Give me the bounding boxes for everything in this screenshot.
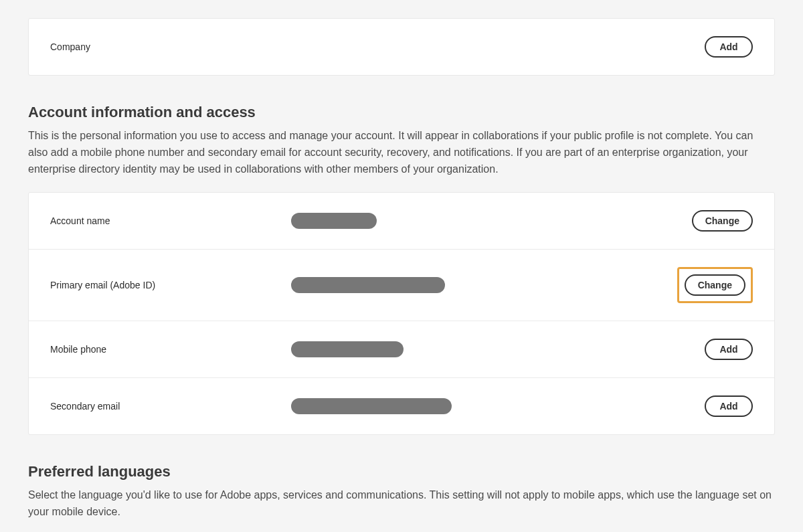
account-name-label: Account name [50, 215, 291, 226]
primary-email-label: Primary email (Adobe ID) [50, 280, 291, 290]
account-section-title: Account information and access [28, 104, 775, 121]
primary-email-redacted-value [291, 277, 445, 293]
company-label: Company [50, 41, 291, 52]
mobile-phone-row: Mobile phone Add [29, 321, 774, 378]
secondary-email-label: Secondary email [50, 401, 291, 412]
secondary-email-redacted-value [291, 398, 452, 414]
account-name-redacted-value [291, 213, 377, 229]
secondary-email-add-button[interactable]: Add [705, 395, 753, 417]
account-section-description: This is the personal information you use… [28, 128, 775, 177]
account-name-row: Account name Change [29, 193, 774, 250]
company-card: Company Add [28, 18, 775, 76]
primary-email-highlight: Change [677, 267, 753, 303]
mobile-phone-redacted-value [291, 341, 404, 357]
secondary-email-row: Secondary email Add [29, 378, 774, 434]
company-row: Company Add [29, 19, 774, 75]
primary-email-change-button[interactable]: Change [685, 274, 745, 296]
languages-section-description: Select the language you'd like to use fo… [28, 487, 775, 521]
company-add-button[interactable]: Add [705, 36, 753, 58]
primary-email-row: Primary email (Adobe ID) Change [29, 250, 774, 321]
account-info-card: Account name Change Primary email (Adobe… [28, 192, 775, 435]
languages-section-title: Preferred languages [28, 463, 775, 480]
account-name-change-button[interactable]: Change [692, 210, 753, 232]
mobile-phone-label: Mobile phone [50, 344, 291, 355]
mobile-phone-add-button[interactable]: Add [705, 339, 753, 360]
